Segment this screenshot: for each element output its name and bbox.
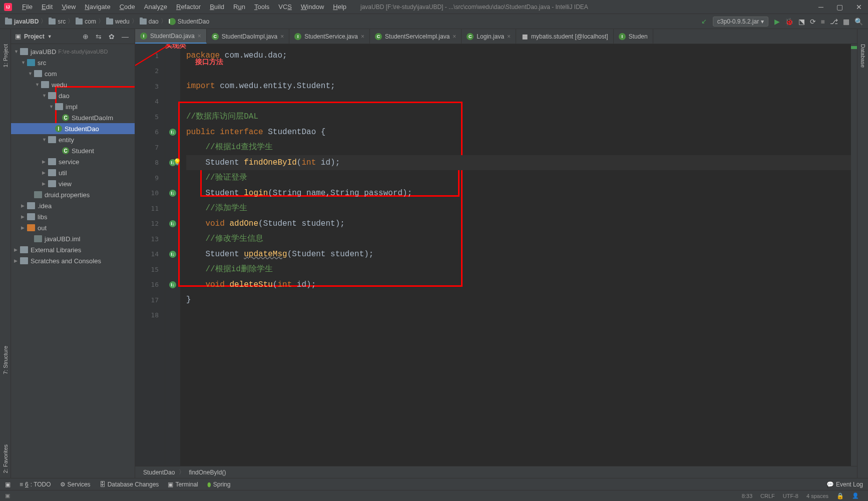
close-tab-icon[interactable]: × bbox=[507, 33, 511, 40]
menu-edit[interactable]: Edit bbox=[38, 2, 57, 12]
tree-item[interactable]: ▼com bbox=[11, 68, 135, 79]
tool-structure[interactable]: 7: Structure bbox=[2, 341, 10, 379]
code-line[interactable]: package com.wedu.dao; bbox=[186, 48, 851, 64]
editor-tab[interactable]: CLogin.java× bbox=[462, 29, 516, 44]
tree-item[interactable]: druid.properties bbox=[11, 189, 135, 200]
status-icon[interactable]: ▣ bbox=[5, 492, 10, 499]
line-ending[interactable]: CRLF bbox=[756, 493, 779, 499]
crumb-dao[interactable]: dao bbox=[140, 18, 159, 25]
tree-item[interactable]: IStudentDao bbox=[11, 123, 135, 134]
menu-file[interactable]: File bbox=[18, 2, 37, 12]
tree-item[interactable]: ▶.idea bbox=[11, 200, 135, 211]
code-line[interactable] bbox=[186, 94, 851, 110]
crumb-file[interactable]: IStudentDao bbox=[169, 18, 209, 25]
tree-item[interactable]: ▶Scratches and Consoles bbox=[11, 255, 135, 266]
event-log[interactable]: 💬Event Log bbox=[826, 481, 863, 488]
implements-icon[interactable]: I↓ bbox=[169, 129, 176, 136]
code-line[interactable]: //根据id删除学生 bbox=[186, 262, 851, 277]
code-line[interactable] bbox=[186, 64, 851, 79]
profile-icon[interactable]: ⟳ bbox=[810, 18, 816, 26]
dropdown-icon[interactable]: ▼ bbox=[48, 34, 52, 39]
implements-icon[interactable]: I↓ bbox=[169, 220, 176, 227]
git-icon[interactable]: ⎇ bbox=[830, 18, 838, 26]
tool-todo[interactable]: ≡6: TODO bbox=[20, 481, 51, 488]
close-tab-icon[interactable]: × bbox=[453, 33, 456, 40]
tree-item[interactable]: ▶libs bbox=[11, 211, 135, 222]
tree-item[interactable]: CStudentDaoIm bbox=[11, 112, 135, 123]
editor-tab[interactable]: CStudentDaoImpl.java× bbox=[207, 29, 289, 44]
editor-tab[interactable]: IStuden bbox=[614, 29, 653, 44]
tree-item[interactable]: ▶service bbox=[11, 156, 135, 167]
indent[interactable]: 4 spaces bbox=[802, 493, 832, 499]
menu-run[interactable]: Run bbox=[229, 2, 249, 12]
code-editor[interactable]: 数据访问层 接口的实现方法 实现类 接口方法 package com.wedu.… bbox=[180, 44, 857, 466]
code-line[interactable]: //验证登录 bbox=[186, 170, 851, 186]
code-line[interactable]: void addOne(Student student); bbox=[186, 216, 851, 232]
tree-item[interactable]: ▶out bbox=[11, 222, 135, 233]
code-line[interactable]: import com.wedu.entity.Student; bbox=[186, 79, 851, 94]
tree-item[interactable]: ▶view bbox=[11, 178, 135, 189]
run-config-dropdown[interactable]: c3p0-0.9.5.2.jar ▾ bbox=[713, 17, 768, 27]
menu-code[interactable]: Code bbox=[116, 2, 139, 12]
code-line[interactable]: //根据id查找学生 bbox=[186, 140, 851, 155]
tool-spring[interactable]: ⬮Spring bbox=[207, 481, 231, 488]
tool-window-icon[interactable]: ▣ bbox=[5, 481, 11, 488]
menu-vcs[interactable]: VCS bbox=[274, 2, 296, 12]
code-line[interactable]: Student updateMsg(Student student); bbox=[186, 247, 851, 262]
crumb-src[interactable]: src bbox=[49, 18, 66, 25]
encoding[interactable]: UTF-8 bbox=[779, 493, 802, 499]
code-line[interactable]: } bbox=[186, 292, 851, 308]
tree-item[interactable]: ▼entity bbox=[11, 134, 135, 145]
tree-item[interactable]: ▼javaUBDF:\re-study\javaUBD bbox=[11, 46, 135, 57]
tool-favorites[interactable]: 2: Favorites bbox=[2, 439, 10, 478]
menu-analyze[interactable]: Analyze bbox=[140, 2, 171, 12]
minimize-button[interactable]: ─ bbox=[816, 3, 825, 11]
tree-item[interactable]: CStudent bbox=[11, 145, 135, 156]
run-icon[interactable]: ▶ bbox=[774, 18, 780, 26]
tool-db-changes[interactable]: 🗄Database Changes bbox=[100, 481, 159, 488]
breadnav-class[interactable]: StudentDao bbox=[143, 469, 175, 476]
code-line[interactable]: //数据库访问层DAL bbox=[186, 109, 851, 125]
code-line[interactable]: public interface StudentDao { bbox=[186, 125, 851, 140]
breadnav-method[interactable]: findOneById() bbox=[189, 469, 226, 476]
close-tab-icon[interactable]: × bbox=[361, 33, 364, 40]
code-line[interactable]: Student login(String name,String passwor… bbox=[186, 186, 851, 201]
menu-view[interactable]: View bbox=[58, 2, 80, 12]
close-tab-icon[interactable]: × bbox=[198, 33, 201, 40]
implements-icon[interactable]: I↓ bbox=[169, 251, 176, 258]
coverage-icon[interactable]: ⬔ bbox=[798, 18, 805, 26]
code-line[interactable]: 💡Student findOneById(int id); bbox=[186, 155, 851, 171]
menu-help[interactable]: Help bbox=[329, 2, 350, 12]
code-line[interactable] bbox=[186, 308, 851, 323]
menu-refactor[interactable]: Refactor bbox=[172, 2, 205, 12]
tool-terminal[interactable]: ▣Terminal bbox=[168, 481, 198, 488]
editor-tab[interactable]: IStudentService.java× bbox=[289, 29, 370, 44]
code-line[interactable]: //添加学生 bbox=[186, 201, 851, 216]
tool-services[interactable]: ⚙Services bbox=[60, 481, 91, 488]
crumb-wedu[interactable]: wedu bbox=[106, 18, 130, 25]
tree-item[interactable]: ▶util bbox=[11, 167, 135, 178]
close-button[interactable]: ✕ bbox=[854, 3, 864, 11]
implements-icon[interactable]: I↓ bbox=[169, 190, 176, 197]
tree-item[interactable]: ▼src bbox=[11, 57, 135, 68]
editor-tab[interactable]: IStudentDao.java× bbox=[135, 29, 207, 44]
menu-tools[interactable]: Tools bbox=[250, 2, 273, 12]
structure-icon[interactable]: ▦ bbox=[843, 18, 849, 26]
code-line[interactable]: //修改学生信息 bbox=[186, 231, 851, 247]
tree-item[interactable]: ▼impl bbox=[11, 101, 135, 112]
inspector-icon[interactable]: 👤 bbox=[848, 492, 863, 499]
debug-icon[interactable]: 🐞 bbox=[785, 18, 793, 26]
tree-item[interactable]: ▼wedu bbox=[11, 79, 135, 90]
back-icon[interactable]: ↙ bbox=[701, 18, 707, 25]
settings-icon[interactable]: ✿ bbox=[107, 33, 117, 41]
select-opened-icon[interactable]: ⊕ bbox=[81, 33, 91, 41]
tool-project[interactable]: 1: Project bbox=[2, 39, 10, 72]
implements-icon[interactable]: I↓ bbox=[169, 281, 176, 288]
cursor-position[interactable]: 8:33 bbox=[738, 493, 756, 499]
code-line[interactable]: void deleteStu(int id); bbox=[186, 277, 851, 293]
scroll-map[interactable] bbox=[851, 44, 857, 466]
tree-item[interactable]: javaUBD.iml bbox=[11, 233, 135, 244]
stop-icon[interactable]: ■ bbox=[821, 18, 825, 26]
editor-tab[interactable]: CStudentServiceImpl.java× bbox=[370, 29, 462, 44]
maximize-button[interactable]: ▢ bbox=[834, 3, 845, 11]
